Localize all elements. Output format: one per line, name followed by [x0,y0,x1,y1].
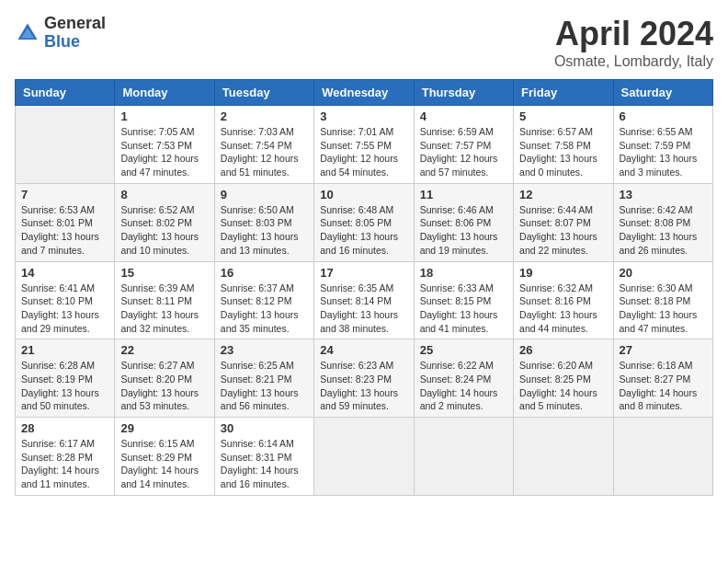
day-number: 30 [221,421,308,435]
day-info: Sunrise: 6:33 AMSunset: 8:15 PMDaylight:… [420,282,507,336]
day-info: Sunrise: 6:23 AMSunset: 8:23 PMDaylight:… [320,359,407,413]
calendar-cell: 4Sunrise: 6:59 AMSunset: 7:57 PMDaylight… [414,106,513,184]
calendar-cell: 24Sunrise: 6:23 AMSunset: 8:23 PMDayligh… [314,339,414,418]
calendar-cell: 1Sunrise: 7:05 AMSunset: 7:53 PMDaylight… [115,106,214,184]
calendar-cell: 6Sunrise: 6:55 AMSunset: 7:59 PMDaylight… [613,106,712,184]
calendar-cell [613,418,712,496]
day-number: 13 [620,188,707,201]
day-info: Sunrise: 6:48 AMSunset: 8:05 PMDaylight:… [320,203,407,258]
calendar-cell: 23Sunrise: 6:25 AMSunset: 8:21 PMDayligh… [214,339,313,418]
day-number: 10 [320,188,407,201]
weekday-header: Saturday [613,80,712,106]
day-info: Sunrise: 6:32 AMSunset: 8:16 PMDaylight:… [519,282,607,336]
calendar-cell: 25Sunrise: 6:22 AMSunset: 8:24 PMDayligh… [414,339,513,418]
calendar-cell: 14Sunrise: 6:41 AMSunset: 8:10 PMDayligh… [16,261,115,339]
calendar-cell: 10Sunrise: 6:48 AMSunset: 8:05 PMDayligh… [314,183,414,261]
title-block: April 2024 Osmate, Lombardy, Italy [554,15,713,70]
day-info: Sunrise: 6:25 AMSunset: 8:21 PMDaylight:… [221,359,308,413]
day-number: 22 [120,343,208,357]
page-header: General Blue April 2024 Osmate, Lombardy… [15,15,713,70]
calendar-cell: 20Sunrise: 6:30 AMSunset: 8:18 PMDayligh… [613,261,712,339]
calendar-cell: 13Sunrise: 6:42 AMSunset: 8:08 PMDayligh… [613,183,712,261]
day-info: Sunrise: 6:18 AMSunset: 8:27 PMDaylight:… [620,359,707,413]
day-number: 15 [120,266,208,280]
day-number: 21 [21,343,108,357]
day-info: Sunrise: 6:57 AMSunset: 7:58 PMDaylight:… [519,125,607,179]
day-info: Sunrise: 6:30 AMSunset: 8:18 PMDaylight:… [620,282,707,336]
calendar-cell: 15Sunrise: 6:39 AMSunset: 8:11 PMDayligh… [115,261,214,339]
day-number: 20 [620,266,707,280]
calendar-cell: 7Sunrise: 6:53 AMSunset: 8:01 PMDaylight… [16,183,115,261]
day-info: Sunrise: 6:15 AMSunset: 8:29 PMDaylight:… [120,437,208,491]
calendar-cell: 12Sunrise: 6:44 AMSunset: 8:07 PMDayligh… [514,183,613,261]
day-info: Sunrise: 6:46 AMSunset: 8:06 PMDaylight:… [420,203,507,258]
day-info: Sunrise: 6:44 AMSunset: 8:07 PMDaylight:… [519,203,607,258]
calendar-cell: 17Sunrise: 6:35 AMSunset: 8:14 PMDayligh… [314,261,414,339]
calendar-cell: 3Sunrise: 7:01 AMSunset: 7:55 PMDaylight… [314,106,414,184]
calendar-cell: 22Sunrise: 6:27 AMSunset: 8:20 PMDayligh… [115,339,214,418]
weekday-header: Thursday [414,80,513,106]
calendar-cell: 21Sunrise: 6:28 AMSunset: 8:19 PMDayligh… [16,339,115,418]
calendar-cell: 11Sunrise: 6:46 AMSunset: 8:06 PMDayligh… [414,183,513,261]
day-info: Sunrise: 6:59 AMSunset: 7:57 PMDaylight:… [420,125,507,179]
calendar-cell: 26Sunrise: 6:20 AMSunset: 8:25 PMDayligh… [514,339,613,418]
day-number: 11 [420,188,507,201]
weekday-header: Sunday [16,80,115,106]
day-number: 12 [519,188,607,201]
day-info: Sunrise: 6:27 AMSunset: 8:20 PMDaylight:… [120,359,208,413]
day-number: 26 [519,343,607,357]
calendar-cell: 9Sunrise: 6:50 AMSunset: 8:03 PMDaylight… [214,183,313,261]
logo-general: General [44,15,106,33]
day-number: 16 [221,266,308,280]
day-info: Sunrise: 6:35 AMSunset: 8:14 PMDaylight:… [320,282,407,336]
day-number: 18 [420,266,507,280]
weekday-header-row: SundayMondayTuesdayWednesdayThursdayFrid… [16,80,713,106]
calendar-cell [514,418,613,496]
day-number: 8 [120,188,208,201]
calendar-cell: 30Sunrise: 6:14 AMSunset: 8:31 PMDayligh… [214,418,313,496]
day-info: Sunrise: 6:22 AMSunset: 8:24 PMDaylight:… [420,359,507,413]
day-number: 23 [221,343,308,357]
day-number: 28 [21,421,108,435]
calendar-cell [314,418,414,496]
location: Osmate, Lombardy, Italy [554,53,713,70]
calendar-week-row: 1Sunrise: 7:05 AMSunset: 7:53 PMDaylight… [16,106,713,184]
day-number: 19 [519,266,607,280]
day-info: Sunrise: 7:05 AMSunset: 7:53 PMDaylight:… [120,125,208,179]
weekday-header: Tuesday [214,80,313,106]
day-info: Sunrise: 6:17 AMSunset: 8:28 PMDaylight:… [21,437,108,491]
logo-icon [15,20,40,46]
day-number: 27 [620,343,707,357]
day-info: Sunrise: 6:41 AMSunset: 8:10 PMDaylight:… [21,282,108,336]
calendar-cell [414,418,513,496]
day-number: 29 [120,421,208,435]
day-number: 2 [221,109,308,123]
day-number: 25 [420,343,507,357]
day-info: Sunrise: 7:03 AMSunset: 7:54 PMDaylight:… [221,125,308,179]
day-number: 9 [221,188,308,201]
weekday-header: Wednesday [314,80,414,106]
day-info: Sunrise: 7:01 AMSunset: 7:55 PMDaylight:… [320,125,407,179]
day-number: 3 [320,109,407,123]
day-number: 4 [420,109,507,123]
calendar-cell: 28Sunrise: 6:17 AMSunset: 8:28 PMDayligh… [16,418,115,496]
calendar-cell: 27Sunrise: 6:18 AMSunset: 8:27 PMDayligh… [613,339,712,418]
day-info: Sunrise: 6:53 AMSunset: 8:01 PMDaylight:… [21,203,108,258]
weekday-header: Friday [514,80,613,106]
day-info: Sunrise: 6:55 AMSunset: 7:59 PMDaylight:… [620,125,707,179]
logo-text: General Blue [44,15,106,52]
day-number: 17 [320,266,407,280]
month-title: April 2024 [554,15,713,53]
calendar-cell: 18Sunrise: 6:33 AMSunset: 8:15 PMDayligh… [414,261,513,339]
calendar-cell: 16Sunrise: 6:37 AMSunset: 8:12 PMDayligh… [214,261,313,339]
calendar-cell: 5Sunrise: 6:57 AMSunset: 7:58 PMDaylight… [514,106,613,184]
calendar-cell: 19Sunrise: 6:32 AMSunset: 8:16 PMDayligh… [514,261,613,339]
calendar-week-row: 21Sunrise: 6:28 AMSunset: 8:19 PMDayligh… [16,339,713,418]
calendar-week-row: 14Sunrise: 6:41 AMSunset: 8:10 PMDayligh… [16,261,713,339]
day-info: Sunrise: 6:28 AMSunset: 8:19 PMDaylight:… [21,359,108,413]
calendar: SundayMondayTuesdayWednesdayThursdayFrid… [15,79,713,496]
calendar-cell: 2Sunrise: 7:03 AMSunset: 7:54 PMDaylight… [214,106,313,184]
day-info: Sunrise: 6:20 AMSunset: 8:25 PMDaylight:… [519,359,607,413]
day-number: 1 [120,109,208,123]
logo-blue: Blue [44,33,106,52]
